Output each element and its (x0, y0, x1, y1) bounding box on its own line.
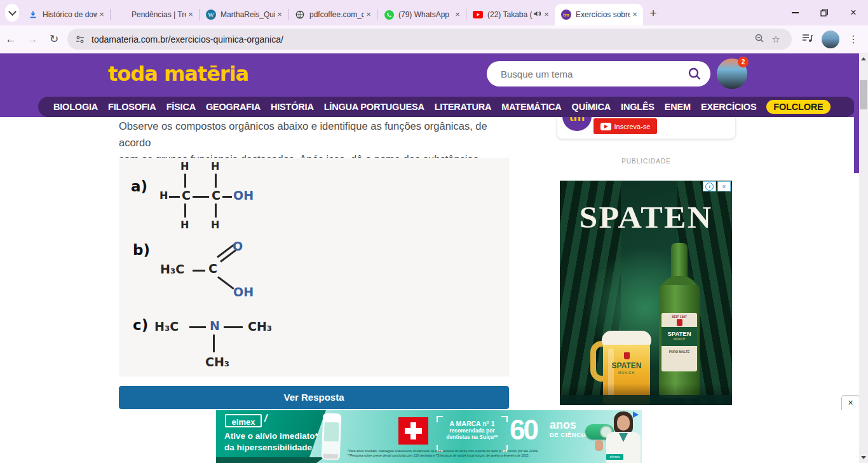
claim-line-3: dentistas na Suíça** (437, 434, 508, 440)
crest-icon (624, 352, 630, 359)
years-sub: DE CIÊNCIA (550, 431, 588, 438)
nav-item-lingua-portuguesa[interactable]: LÍNGUA PORTUGUESA (324, 102, 424, 112)
banner-close-button[interactable]: × (841, 395, 860, 410)
nav-item-matematica[interactable]: MATEMÁTICA (501, 102, 561, 112)
back-button[interactable]: ← (0, 33, 22, 46)
info-icon: i (705, 183, 714, 191)
crest-icon (677, 319, 682, 326)
bond-line (215, 204, 217, 218)
ver-resposta-button[interactable]: Ver Resposta (119, 386, 509, 409)
audio-speaker-icon[interactable] (533, 10, 542, 20)
reload-button[interactable]: ↻ (43, 32, 65, 46)
bond-line (184, 204, 186, 218)
menu-dots-icon[interactable]: ⋮ (843, 33, 864, 45)
ad-close-button[interactable]: × (717, 181, 731, 191)
tab-search-button[interactable] (5, 4, 19, 22)
minimize-button[interactable] (780, 0, 810, 25)
nav-item-geografia[interactable]: GEOGRAFIA (206, 102, 261, 112)
media-playlist-icon[interactable] (797, 33, 818, 46)
subscribe-button[interactable]: Inscreva-se (593, 118, 657, 134)
close-tab-icon[interactable]: × (97, 10, 106, 19)
tab-youtube[interactable]: (22) Takaba ( × (466, 4, 555, 25)
nav-item-historia[interactable]: HISTÓRIA (271, 102, 314, 112)
zoom-out-icon[interactable] (751, 33, 768, 45)
nav-item-biologia[interactable]: BIOLOGIA (53, 102, 98, 112)
spaten-ad[interactable]: SPATEN SEIT 1397 SPATEN MUNICH PURO MALT… (560, 181, 732, 405)
new-tab-button[interactable]: + (646, 6, 661, 21)
close-tab-icon[interactable]: × (364, 10, 373, 19)
restore-icon (820, 9, 828, 17)
scroll-up-arrow[interactable] (861, 57, 866, 60)
bond-line (222, 196, 232, 198)
close-tab-icon[interactable]: × (630, 10, 639, 19)
site-logo[interactable]: toda matēria (108, 62, 248, 86)
youtube-icon (473, 10, 483, 20)
maximize-button[interactable] (810, 0, 839, 25)
atom-h: H (180, 219, 189, 231)
elmex-mini-logo: elmex (606, 454, 623, 460)
elmex-banner-ad[interactable]: elmex / Ative o alívio imediato* da hipe… (216, 410, 642, 463)
years-number: 60 (510, 414, 537, 446)
atom-h: H (159, 190, 168, 202)
url-text[interactable]: todamateria.com.br/exercicios-quimica-or… (92, 34, 751, 45)
nav-item-quimica[interactable]: QUÍMICA (572, 102, 611, 112)
atom-c: C (182, 188, 191, 202)
tab-trello[interactable]: Pendências | Trel × (111, 4, 199, 25)
close-tab-icon[interactable]: × (453, 10, 462, 19)
bookmark-star-icon[interactable]: ☆ (768, 34, 784, 45)
tab-pdfcoffee[interactable]: pdfcoffee.com_q × (288, 4, 377, 25)
tab-title: Exercícios sobre (576, 10, 630, 19)
nav-item-folclore[interactable]: FOLCLORE (766, 100, 830, 114)
adchoices-icon[interactable] (633, 411, 639, 418)
close-tab-icon[interactable]: × (542, 10, 551, 19)
atom-n: N (210, 319, 220, 333)
close-tab-icon[interactable]: × (275, 10, 284, 19)
publicidade-label: PUBLICIDADE (557, 158, 735, 165)
nav-item-ingles[interactable]: INGLÊS (621, 102, 654, 112)
search-icon[interactable] (688, 67, 702, 81)
atom-h: H (211, 160, 219, 172)
browser-toolbar: ← → ↻ todamateria.com.br/exercicios-quim… (0, 25, 868, 53)
ad-table (560, 395, 732, 405)
claim-line-2: recomendada por (437, 427, 508, 434)
structure-b-label: b) (133, 242, 150, 258)
site-search[interactable] (487, 61, 710, 86)
nav-item-enem[interactable]: ENEM (665, 102, 691, 112)
tab-title: (22) Takaba ( (487, 10, 533, 19)
tab-title: Histórico de dow (43, 10, 97, 19)
ad-info-button[interactable]: i (703, 181, 716, 191)
nav-item-exercicios[interactable]: EXERCÍCIOS (701, 102, 756, 112)
tab-whatsapp[interactable]: (79) WhatsApp × (377, 4, 466, 25)
download-icon (28, 10, 38, 20)
bond-line (193, 196, 209, 198)
forward-button[interactable]: → (22, 33, 43, 46)
search-input[interactable] (499, 68, 688, 80)
site-header: toda matēria 2 BIOLOGIA FILOSOFIA FÍSICA… (0, 53, 868, 117)
wordpress-icon: W (206, 10, 216, 20)
atom-c: C (212, 188, 220, 202)
bond-line (224, 326, 243, 328)
site-settings-icon[interactable] (75, 34, 85, 45)
tab-historico-downloads[interactable]: Histórico de dow × (22, 4, 110, 25)
profile-avatar[interactable] (822, 31, 839, 48)
nav-item-filosofia[interactable]: FILOSOFIA (108, 102, 156, 112)
tube-label (324, 422, 339, 442)
scrollbar[interactable] (859, 53, 868, 463)
beer-bottle-neck (671, 243, 688, 281)
tab-marthareis[interactable]: W MarthaReis_Quin × (200, 4, 288, 25)
nav-item-fisica[interactable]: FÍSICA (166, 102, 196, 112)
bond-line (193, 270, 205, 272)
tab-exercicios-active[interactable]: tm Exercícios sobre × (555, 4, 643, 25)
scroll-down-arrow[interactable] (861, 456, 866, 459)
address-bar[interactable]: todamateria.com.br/exercicios-quimica-or… (67, 29, 792, 50)
chevron-down-icon (8, 8, 17, 16)
nav-item-literatura[interactable]: LITERATURA (435, 102, 492, 112)
disclaimer-line-1: *Para alívio imediato, massageie suaveme… (348, 449, 599, 453)
user-avatar[interactable]: 2 (717, 59, 747, 89)
question-line-1: Observe os compostos orgânicos abaixo e … (119, 118, 510, 151)
close-tab-icon[interactable]: × (186, 10, 195, 19)
bottle-brand: SPATEN (661, 329, 697, 338)
scrollbar-thumb[interactable] (860, 80, 867, 109)
close-window-button[interactable]: × (839, 0, 868, 25)
group-h3c: H₃C (160, 262, 184, 276)
